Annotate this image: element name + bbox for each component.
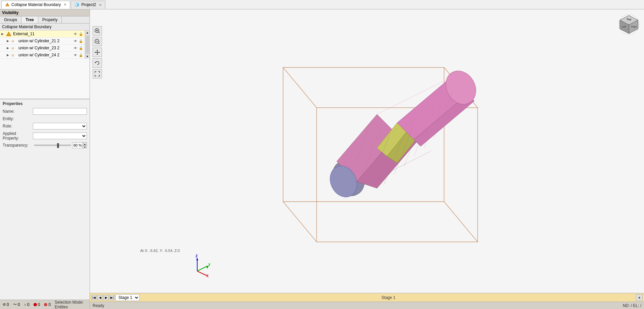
lock-btn-cylinder23[interactable]: 🔒 xyxy=(78,45,84,51)
tab-close-collapse[interactable]: ✕ xyxy=(64,3,66,6)
prop-row-entity: Entity: xyxy=(3,116,87,121)
tree-icon-cylinder24: ∪ xyxy=(11,53,17,57)
eye-btn-cylinder23[interactable]: 👁 xyxy=(73,45,78,51)
eye-btn-external11[interactable]: 👁 xyxy=(73,31,78,37)
prop-row-name: Name: xyxy=(3,108,87,115)
stage-prev-btn[interactable]: ◀ xyxy=(97,295,103,300)
tab-collapse-material[interactable]: Collapse Material Boundary ✕ xyxy=(1,1,70,9)
transparency-up-btn[interactable]: ▲ xyxy=(83,142,87,145)
tab-bar: Collapse Material Boundary ✕ 🧊 Project2 … xyxy=(0,0,644,9)
status-value-2: 0 xyxy=(27,302,30,307)
status-dot-red-3 xyxy=(34,303,37,306)
status-ready-text: Ready xyxy=(93,303,104,308)
stage-last-btn[interactable]: ▶| xyxy=(109,295,115,300)
tab-project2-label: Project2 xyxy=(81,2,96,7)
tree-icon-cylinder23: ∪ xyxy=(11,46,17,50)
transparency-value-group: ▲ ▼ xyxy=(72,142,87,148)
status-item-1: 〜 0 xyxy=(13,302,20,307)
tree-item-cylinder23[interactable]: ▶ ∪ union w/ Cylinder_23 2 👁 🔒 xyxy=(0,45,85,52)
status-value-0: 0 xyxy=(7,302,9,307)
tree-label-cylinder24: union w/ Cylinder_24 2 xyxy=(18,53,73,57)
status-item-3: 0 xyxy=(34,302,40,307)
status-value-1: 0 xyxy=(18,302,20,307)
transparency-row: Transparency: ▲ ▼ xyxy=(3,142,87,148)
status-icon-0: ⊘ xyxy=(3,302,6,307)
status-item-0: ⊘ 0 xyxy=(3,302,9,307)
prop-row-applied-property: Applied Property: xyxy=(3,131,87,141)
prop-label-name: Name: xyxy=(3,109,33,114)
stage-select[interactable]: Stage 1 xyxy=(115,294,140,301)
svg-line-61 xyxy=(197,266,207,271)
axis-indicator: Z Y X xyxy=(189,254,209,274)
tab-close-project2[interactable]: ✕ xyxy=(99,3,102,7)
prop-row-role: Role: xyxy=(3,123,87,130)
visibility-tabs: Groups Tree Property xyxy=(0,16,90,23)
lock-btn-cylinder21[interactable]: 🔒 xyxy=(78,38,84,44)
scroll-down-btn[interactable]: ▼ xyxy=(86,54,90,59)
prop-label-entity: Entity: xyxy=(3,116,33,121)
prop-label-role: Role: xyxy=(3,124,33,128)
tab-project2[interactable]: 🧊 Project2 ✕ xyxy=(71,1,105,9)
status-value-4: 0 xyxy=(48,302,51,307)
vis-tab-property[interactable]: Property xyxy=(38,16,62,23)
svg-marker-1 xyxy=(6,32,11,36)
transparency-down-btn[interactable]: ▼ xyxy=(83,145,87,148)
svg-text:X: X xyxy=(206,274,209,278)
lock-btn-cylinder24[interactable]: 🔒 xyxy=(78,52,84,58)
scroll-thumb[interactable] xyxy=(86,36,89,54)
tree-label-cylinder21: union w/ Cylinder_21 2 xyxy=(18,39,73,43)
eye-btn-cylinder24[interactable]: 👁 xyxy=(73,52,78,58)
lock-btn-external11[interactable]: 🔒 xyxy=(78,31,84,37)
transparency-value-input[interactable] xyxy=(72,142,83,148)
tree-icon-cylinder21: ∪ xyxy=(11,39,17,43)
left-panel: Visibility Groups Tree Property Collapse… xyxy=(0,9,90,309)
tree-arrow-external11: ▶ xyxy=(1,32,6,36)
svg-line-64 xyxy=(197,271,206,275)
coord-display: At X: -5.62, Y: -5.54, Z:0 xyxy=(140,249,180,253)
viewport-wrapper: Top Right Left xyxy=(90,9,644,309)
tree-item-external11[interactable]: ▶ External_11 👁 🔒 xyxy=(0,31,85,38)
collapse-section-header: Collapse Material Boundary xyxy=(0,23,90,31)
vis-tab-tree[interactable]: Tree xyxy=(21,16,38,23)
tree-item-cylinder24[interactable]: ▶ ∪ union w/ Cylinder_24 2 👁 🔒 xyxy=(0,52,85,59)
prop-input-name[interactable] xyxy=(33,108,87,115)
visibility-header: Visibility xyxy=(0,9,90,16)
tab-icon-cube: 🧊 xyxy=(74,2,79,7)
tree-arrow-cylinder23: ▶ xyxy=(7,46,11,50)
tree-arrow-cylinder21: ▶ xyxy=(7,39,11,43)
properties-title: Properties xyxy=(3,101,87,106)
tree-scrollbar[interactable]: ▲ ▼ xyxy=(85,31,90,59)
transparency-slider-thumb[interactable] xyxy=(57,143,59,148)
tab-icon-triangle xyxy=(5,2,10,7)
svg-marker-59 xyxy=(196,258,198,260)
transparency-label: Transparency: xyxy=(3,143,33,148)
transparency-slider-track[interactable] xyxy=(34,145,71,146)
tree-empty-area xyxy=(0,59,90,99)
properties-section: Properties Name: Entity: Role: Applied P… xyxy=(0,99,90,150)
stage-first-btn[interactable]: |◀ xyxy=(91,295,97,300)
stage-next-btn[interactable]: ▶ xyxy=(103,295,109,300)
status-value-3: 0 xyxy=(38,302,40,307)
status-item-2: ○ 0 xyxy=(24,302,29,307)
scroll-up-btn[interactable]: ▲ xyxy=(86,31,90,35)
selection-mode-text: Selection Mode: Entities xyxy=(55,300,87,309)
prop-select-applied-property[interactable] xyxy=(33,133,87,139)
left-panel-spacer xyxy=(0,150,90,300)
prop-select-role[interactable] xyxy=(33,123,87,130)
status-dot-red-4 xyxy=(44,303,47,306)
stage-add-btn[interactable]: + xyxy=(636,294,643,301)
stage-bar: |◀ ◀ ▶ ▶| Stage 1 Stage 1 + xyxy=(90,293,644,302)
coord-text: At X: -5.62, Y: -5.54, Z:0 xyxy=(140,249,180,253)
eye-btn-cylinder21[interactable]: 👁 xyxy=(73,38,78,44)
status-bar: Ready ND: / EL: / xyxy=(90,302,644,309)
bottom-left-status: ⊘ 0 〜 0 ○ 0 0 0 Selection Mode: Entities xyxy=(0,300,90,309)
transparency-spinner: ▲ ▼ xyxy=(83,142,87,148)
svg-text:Y: Y xyxy=(208,263,211,267)
viewport[interactable]: Top Right Left xyxy=(90,9,644,293)
tree-label-external11: External_11 xyxy=(13,32,73,36)
status-item-4: 0 xyxy=(44,302,51,307)
tree-icon-external11 xyxy=(6,32,12,36)
main-layout: Visibility Groups Tree Property Collapse… xyxy=(0,9,644,309)
vis-tab-groups[interactable]: Groups xyxy=(0,16,21,23)
tree-item-cylinder21[interactable]: ▶ ∪ union w/ Cylinder_21 2 👁 🔒 xyxy=(0,38,85,45)
